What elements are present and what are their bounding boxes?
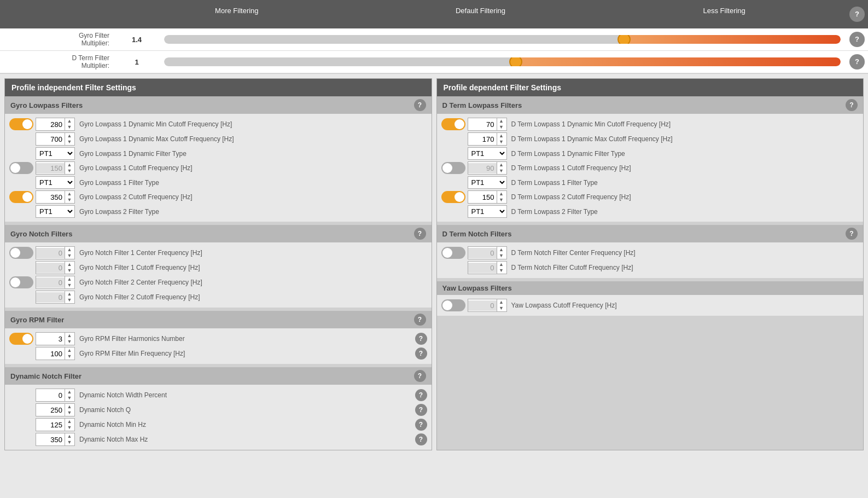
dterm-notch-field-2[interactable] bbox=[468, 263, 497, 273]
up-arrow[interactable]: ▲ bbox=[65, 247, 74, 253]
down-arrow[interactable]: ▼ bbox=[65, 268, 74, 274]
gyro-rpm-toggle-1[interactable] bbox=[9, 333, 33, 345]
dyn-notch-field-2[interactable] bbox=[36, 405, 65, 415]
gyro-lp-select-1[interactable]: PT1BIQUAD bbox=[36, 148, 74, 159]
up-arrow[interactable]: ▲ bbox=[65, 118, 74, 124]
gyro-lp-input-4[interactable]: ▲▼ bbox=[36, 190, 75, 204]
down-arrow[interactable]: ▼ bbox=[65, 354, 74, 360]
dterm-lp-toggle-1[interactable] bbox=[441, 118, 465, 130]
dterm-lp-input-4[interactable]: ▲▼ bbox=[468, 190, 507, 204]
gyro-rpm-input-2[interactable]: ▲▼ bbox=[36, 347, 75, 360]
up-arrow[interactable]: ▲ bbox=[497, 299, 506, 305]
down-arrow[interactable]: ▼ bbox=[65, 139, 74, 145]
gyro-rpm-row2-help[interactable]: ? bbox=[415, 348, 427, 360]
gyro-filter-track[interactable] bbox=[164, 35, 841, 44]
gyro-rpm-input-1[interactable]: ▲▼ bbox=[36, 332, 75, 345]
dterm-lp-field-2[interactable] bbox=[468, 134, 497, 144]
dterm-lp-toggle-2[interactable] bbox=[441, 162, 465, 174]
gyro-notch-input-1[interactable]: ▲▼ bbox=[36, 246, 75, 259]
gyro-notch-input-3[interactable]: ▲▼ bbox=[36, 276, 75, 289]
down-arrow[interactable]: ▼ bbox=[497, 305, 506, 311]
dterm-lp-input-2[interactable]: ▲▼ bbox=[468, 132, 507, 146]
dterm-notch-input-2[interactable]: ▲▼ bbox=[468, 261, 507, 274]
up-arrow[interactable]: ▲ bbox=[65, 333, 74, 339]
dyn-notch-input-2[interactable]: ▲▼ bbox=[36, 403, 75, 416]
dyn-notch-field-3[interactable] bbox=[36, 420, 65, 430]
dterm-lp-sel-3[interactable]: PT1BIQUAD bbox=[468, 205, 507, 218]
up-arrow[interactable]: ▲ bbox=[65, 276, 74, 282]
dterm-lp-input-3[interactable]: ▲▼ bbox=[468, 161, 507, 175]
up-arrow[interactable]: ▲ bbox=[65, 262, 74, 268]
dterm-lp-select-3[interactable]: PT1BIQUAD bbox=[468, 206, 506, 217]
down-arrow[interactable]: ▼ bbox=[497, 268, 506, 274]
down-arrow[interactable]: ▼ bbox=[497, 253, 506, 259]
dyn-notch-input-3[interactable]: ▲▼ bbox=[36, 418, 75, 431]
gyro-rpm-row1-help[interactable]: ? bbox=[415, 333, 427, 345]
gyro-lp-sel-3[interactable]: PT1BIQUAD bbox=[36, 205, 75, 218]
down-arrow[interactable]: ▼ bbox=[65, 124, 74, 130]
gyro-lp-input-3[interactable]: ▲▼ bbox=[36, 161, 75, 175]
dterm-lowpass-help[interactable]: ? bbox=[846, 99, 858, 111]
gyro-filter-help-btn[interactable]: ? bbox=[849, 32, 865, 47]
dterm-lp-select-2[interactable]: PT1BIQUAD bbox=[468, 177, 506, 188]
gyro-notch-field-1[interactable] bbox=[36, 248, 65, 258]
down-arrow[interactable]: ▼ bbox=[65, 197, 74, 203]
gyro-lp-toggle-1[interactable] bbox=[9, 118, 33, 130]
gyro-notch-help[interactable]: ? bbox=[414, 228, 426, 240]
dynamic-notch-help[interactable]: ? bbox=[414, 370, 426, 382]
down-arrow[interactable]: ▼ bbox=[65, 425, 74, 431]
yaw-lp-field-1[interactable] bbox=[468, 300, 497, 311]
dterm-lp-input-1[interactable]: ▲▼ bbox=[468, 118, 507, 131]
dterm-lp-field-3[interactable] bbox=[468, 163, 497, 173]
yaw-lp-toggle-1[interactable] bbox=[441, 299, 465, 311]
gyro-lp-select-2[interactable]: PT1BIQUAD bbox=[36, 177, 74, 188]
up-arrow[interactable]: ▲ bbox=[65, 419, 74, 425]
down-arrow[interactable]: ▼ bbox=[65, 339, 74, 345]
dterm-filter-track[interactable] bbox=[164, 57, 841, 66]
gyro-lp-select-3[interactable]: PT1BIQUAD bbox=[36, 206, 74, 217]
up-arrow[interactable]: ▲ bbox=[65, 433, 74, 439]
down-arrow[interactable]: ▼ bbox=[65, 410, 74, 416]
gyro-lp-sel-1[interactable]: PT1BIQUAD bbox=[36, 147, 75, 160]
gyro-lp-field-2[interactable] bbox=[36, 134, 65, 144]
down-arrow[interactable]: ▼ bbox=[65, 395, 74, 401]
gyro-notch-field-2[interactable] bbox=[36, 263, 65, 273]
dyn-notch-row1-help[interactable]: ? bbox=[415, 389, 427, 401]
dyn-notch-input-4[interactable]: ▲▼ bbox=[36, 433, 75, 446]
gyro-lp-toggle-3[interactable] bbox=[9, 191, 33, 203]
dterm-lp-field-1[interactable] bbox=[468, 119, 497, 130]
down-arrow[interactable]: ▼ bbox=[65, 439, 74, 445]
dterm-lp-toggle-3[interactable] bbox=[441, 191, 465, 203]
dyn-notch-row2-help[interactable]: ? bbox=[415, 404, 427, 416]
gyro-lp-toggle-2[interactable] bbox=[9, 162, 33, 174]
down-arrow[interactable]: ▼ bbox=[65, 168, 74, 174]
down-arrow[interactable]: ▼ bbox=[65, 253, 74, 259]
dterm-lp-sel-2[interactable]: PT1BIQUAD bbox=[468, 176, 507, 189]
gyro-notch-input-4[interactable]: ▲▼ bbox=[36, 291, 75, 304]
up-arrow[interactable]: ▲ bbox=[497, 191, 506, 197]
yaw-lp-input-1[interactable]: ▲▼ bbox=[468, 299, 507, 312]
gyro-notch-input-2[interactable]: ▲▼ bbox=[36, 261, 75, 274]
header-help-btn[interactable]: ? bbox=[849, 7, 865, 22]
up-arrow[interactable]: ▲ bbox=[497, 262, 506, 268]
dterm-notch-input-1[interactable]: ▲▼ bbox=[468, 246, 507, 259]
down-arrow[interactable]: ▼ bbox=[65, 282, 74, 288]
down-arrow[interactable]: ▼ bbox=[497, 124, 506, 130]
gyro-lowpass-help[interactable]: ? bbox=[414, 99, 426, 111]
gyro-lp-input-1[interactable]: ▲▼ bbox=[36, 118, 75, 131]
up-arrow[interactable]: ▲ bbox=[497, 162, 506, 168]
dyn-notch-row4-help[interactable]: ? bbox=[415, 433, 427, 445]
down-arrow[interactable]: ▼ bbox=[65, 297, 74, 303]
dterm-notch-help[interactable]: ? bbox=[846, 228, 858, 240]
dterm-filter-help-btn[interactable]: ? bbox=[849, 54, 865, 70]
gyro-notch-field-3[interactable] bbox=[36, 277, 65, 288]
gyro-rpm-field-2[interactable] bbox=[36, 349, 65, 359]
dterm-notch-field-1[interactable] bbox=[468, 248, 497, 258]
gyro-lp-field-3[interactable] bbox=[36, 163, 65, 173]
dterm-lp-select-1[interactable]: PT1BIQUAD bbox=[468, 148, 506, 159]
gyro-rpm-help[interactable]: ? bbox=[414, 314, 426, 326]
up-arrow[interactable]: ▲ bbox=[65, 348, 74, 354]
up-arrow[interactable]: ▲ bbox=[65, 191, 74, 197]
gyro-lp-input-2[interactable]: ▲▼ bbox=[36, 132, 75, 146]
dterm-lp-sel-1[interactable]: PT1BIQUAD bbox=[468, 147, 507, 160]
